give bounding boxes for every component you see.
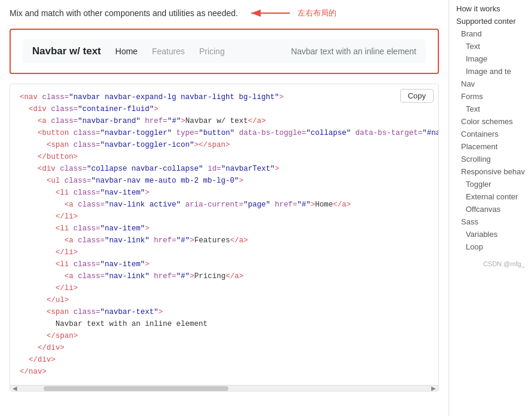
navbar-link-home[interactable]: Home — [110, 44, 142, 58]
sidebar-item-variables[interactable]: Variables — [449, 228, 532, 241]
scroll-track[interactable]: ◀ ▶ — [10, 385, 438, 391]
sidebar-item-brand[interactable]: Brand — [449, 27, 532, 40]
demo-box: Navbar w/ text Home Features Pricing Nav… — [10, 29, 439, 74]
main-content: Mix and match with other components and … — [0, 0, 449, 416]
copy-button[interactable]: Copy — [400, 89, 434, 103]
sidebar-item-supported-content[interactable]: Supported conter — [449, 15, 532, 27]
description-row: Mix and match with other components and … — [10, 0, 439, 29]
sidebar-item-text[interactable]: Text — [449, 40, 532, 53]
sidebar-item-offcanvas[interactable]: Offcanvas — [449, 203, 532, 215]
navbar-link-features[interactable]: Features — [147, 44, 190, 58]
sidebar-item-toggler[interactable]: Toggler — [449, 178, 532, 190]
right-sidebar: How it works Supported conter Brand Text… — [449, 0, 532, 416]
sidebar-footer: CSDN @mfg_ — [449, 253, 532, 270]
sidebar-item-nav[interactable]: Nav — [449, 78, 532, 90]
sidebar-item-responsive-behavior[interactable]: Responsive behav — [449, 165, 532, 178]
sidebar-item-placement[interactable]: Placement — [449, 140, 532, 153]
sidebar-item-image[interactable]: Image — [449, 53, 532, 65]
annotation-text: 左右布局的 — [298, 8, 336, 19]
sidebar-item-color-schemes[interactable]: Color schemes — [449, 115, 532, 128]
code-block[interactable]: <nav class="navbar navbar-expand-lg navb… — [10, 84, 438, 385]
sidebar-item-containers[interactable]: Containers — [449, 128, 532, 140]
sidebar-item-sass[interactable]: Sass — [449, 215, 532, 228]
sidebar-item-forms[interactable]: Forms — [449, 90, 532, 103]
arrow-annotation: 左右布局的 — [245, 5, 336, 21]
scroll-right-arrow[interactable]: ▶ — [431, 386, 436, 392]
navbar-brand: Navbar w/ text — [32, 45, 101, 57]
navbar-demo: Navbar w/ text Home Features Pricing Nav… — [23, 39, 426, 63]
sidebar-item-scrolling[interactable]: Scrolling — [449, 153, 532, 165]
sidebar-item-image-and-text[interactable]: Image and te — [449, 65, 532, 78]
sidebar-item-external-content[interactable]: External conter — [449, 190, 532, 203]
scroll-thumb[interactable] — [44, 386, 228, 391]
navbar-links: Home Features Pricing — [110, 44, 229, 58]
navbar-inline-text: Navbar text with an inline element — [291, 47, 416, 56]
sidebar-item-how-it-works[interactable]: How it works — [449, 2, 532, 15]
sidebar-item-loop[interactable]: Loop — [449, 241, 532, 253]
arrow-icon — [245, 5, 293, 21]
sidebar-item-forms-text[interactable]: Text — [449, 103, 532, 115]
description-text: Mix and match with other components and … — [10, 8, 238, 18]
code-container: Copy <nav class="navbar navbar-expand-lg… — [10, 84, 439, 392]
scroll-left-arrow[interactable]: ◀ — [13, 386, 17, 392]
navbar-link-pricing[interactable]: Pricing — [194, 44, 230, 58]
